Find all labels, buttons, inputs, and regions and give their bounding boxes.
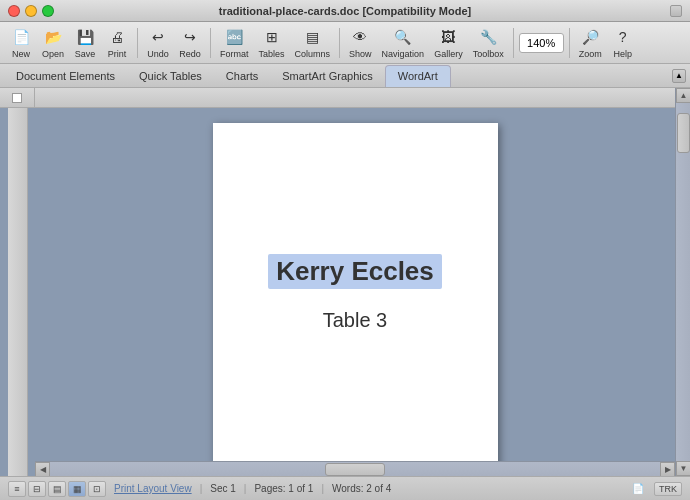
tab-quick-tables[interactable]: Quick Tables xyxy=(127,65,214,87)
tables-button[interactable]: ⊞ Tables xyxy=(255,25,289,61)
view-btn-4[interactable]: ▦ xyxy=(68,481,86,497)
open-icon: 📂 xyxy=(42,27,64,48)
tables-icon: ⊞ xyxy=(261,27,283,48)
trk-badge: TRK xyxy=(654,482,682,496)
gallery-button[interactable]: 🖼 Gallery xyxy=(430,25,467,61)
show-icon: 👁 xyxy=(349,27,371,48)
redo-icon: ↪ xyxy=(179,27,201,48)
main-toolbar: 📄 New 📂 Open 💾 Save 🖨 Print ↩ Undo ↪ Red… xyxy=(0,22,690,64)
name-text[interactable]: Kerry Eccles xyxy=(268,254,442,289)
tab-charts[interactable]: Charts xyxy=(214,65,270,87)
redo-button[interactable]: ↪ Redo xyxy=(175,25,205,61)
columns-button[interactable]: ▤ Columns xyxy=(291,25,335,61)
vertical-ruler xyxy=(8,108,28,476)
collapse-button[interactable] xyxy=(670,5,682,17)
v-scroll-track[interactable] xyxy=(676,103,690,461)
format-button[interactable]: 🔤 Format xyxy=(216,25,253,61)
maximize-button[interactable] xyxy=(42,5,54,17)
horizontal-scrollbar: ◀ ▶ xyxy=(35,461,675,476)
vertical-scrollbar: ▲ ▼ xyxy=(675,88,690,476)
window-controls xyxy=(8,5,54,17)
show-button[interactable]: 👁 Show xyxy=(345,25,376,61)
ribbon-expand-button[interactable]: ▲ xyxy=(672,69,686,83)
ruler-corner xyxy=(0,88,35,108)
horizontal-ruler xyxy=(35,88,675,108)
window-title: traditional-place-cards.doc [Compatibili… xyxy=(219,5,471,17)
status-bar: ≡ ⊟ ▤ ▦ ⊡ Print Layout View | Sec 1 | Pa… xyxy=(0,476,690,500)
h-scroll-thumb[interactable] xyxy=(325,463,385,476)
words-info: Words: 2 of 4 xyxy=(332,483,391,494)
main-area: Kerry Eccles Table 3 ◀ ▶ ▲ ▼ xyxy=(0,88,690,476)
corner-icon xyxy=(12,93,22,103)
section-info: Sec 1 xyxy=(210,483,236,494)
toolbar-separator-5 xyxy=(569,28,570,58)
tab-smartart-graphics[interactable]: SmartArt Graphics xyxy=(270,65,384,87)
toolbar-separator-1 xyxy=(137,28,138,58)
save-button[interactable]: 💾 Save xyxy=(70,25,100,61)
new-button[interactable]: 📄 New xyxy=(6,25,36,61)
tab-document-elements[interactable]: Document Elements xyxy=(4,65,127,87)
zoom-field[interactable]: 140% xyxy=(519,33,564,53)
toolbox-icon: 🔧 xyxy=(477,27,499,48)
toolbar-separator-4 xyxy=(513,28,514,58)
table-text[interactable]: Table 3 xyxy=(323,309,388,332)
v-scroll-thumb[interactable] xyxy=(677,113,690,153)
undo-icon: ↩ xyxy=(147,27,169,48)
help-button[interactable]: ? Help xyxy=(608,25,638,61)
left-sidebar xyxy=(0,88,35,476)
save-icon: 💾 xyxy=(74,27,96,48)
doc-icon: 📄 xyxy=(632,483,644,494)
v-scroll-down-arrow[interactable]: ▼ xyxy=(676,461,690,476)
h-scroll-track[interactable] xyxy=(50,462,660,476)
pages-info: Pages: 1 of 1 xyxy=(254,483,313,494)
title-bar: traditional-place-cards.doc [Compatibili… xyxy=(0,0,690,22)
close-button[interactable] xyxy=(8,5,20,17)
view-btn-1[interactable]: ≡ xyxy=(8,481,26,497)
h-scroll-right-arrow[interactable]: ▶ xyxy=(660,462,675,477)
document-content: Kerry Eccles Table 3 xyxy=(268,254,442,332)
navigation-button[interactable]: 🔍 Navigation xyxy=(378,25,429,61)
h-scroll-left-arrow[interactable]: ◀ xyxy=(35,462,50,477)
minimize-button[interactable] xyxy=(25,5,37,17)
format-icon: 🔤 xyxy=(223,27,245,48)
view-btn-3[interactable]: ▤ xyxy=(48,481,66,497)
open-button[interactable]: 📂 Open xyxy=(38,25,68,61)
document-page: Kerry Eccles Table 3 xyxy=(213,123,498,461)
view-buttons: ≡ ⊟ ▤ ▦ ⊡ xyxy=(8,481,106,497)
help-icon: ? xyxy=(612,27,634,48)
print-button[interactable]: 🖨 Print xyxy=(102,25,132,61)
content-area: Kerry Eccles Table 3 ◀ ▶ xyxy=(35,88,675,476)
view-btn-5[interactable]: ⊡ xyxy=(88,481,106,497)
view-btn-2[interactable]: ⊟ xyxy=(28,481,46,497)
new-icon: 📄 xyxy=(10,27,32,48)
tab-wordart[interactable]: WordArt xyxy=(385,65,451,87)
v-scroll-up-arrow[interactable]: ▲ xyxy=(676,88,690,103)
toolbar-separator-3 xyxy=(339,28,340,58)
toolbox-button[interactable]: 🔧 Toolbox xyxy=(469,25,508,61)
toolbar-separator-2 xyxy=(210,28,211,58)
ribbon-tab-bar: Document Elements Quick Tables Charts Sm… xyxy=(0,64,690,88)
zoom-button[interactable]: 🔎 Zoom xyxy=(575,25,606,61)
undo-button[interactable]: ↩ Undo xyxy=(143,25,173,61)
zoom-icon: 🔎 xyxy=(579,27,601,48)
page-area[interactable]: Kerry Eccles Table 3 xyxy=(35,108,675,461)
navigation-icon: 🔍 xyxy=(392,27,414,48)
columns-icon: ▤ xyxy=(301,27,323,48)
print-layout-link[interactable]: Print Layout View xyxy=(114,483,192,494)
gallery-icon: 🖼 xyxy=(437,27,459,48)
print-icon: 🖨 xyxy=(106,27,128,48)
status-right: 📄 TRK xyxy=(632,482,682,496)
